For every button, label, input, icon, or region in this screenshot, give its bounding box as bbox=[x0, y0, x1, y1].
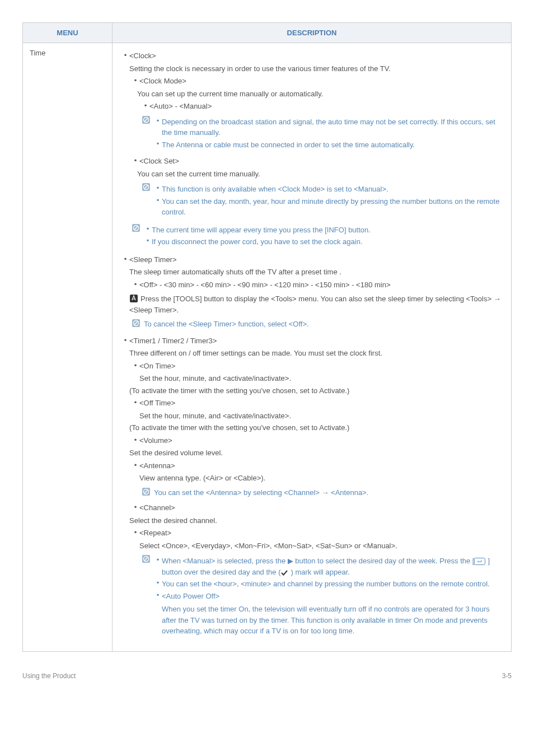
clock-title: <Clock> bbox=[129, 50, 502, 62]
sleep-tools-note: Press the [TOOLS] button to display the … bbox=[129, 293, 502, 315]
bullet-icon: • bbox=[121, 335, 129, 346]
sleep-cancel-note: To cancel the <Sleep Timer> function, se… bbox=[144, 320, 309, 328]
bullet-icon: • bbox=[132, 528, 139, 538]
menu-cell-time: Time bbox=[23, 43, 113, 652]
repeat-desc: Select <Once>, <Everyday>, <Mon~Fri>, <M… bbox=[139, 540, 502, 552]
antenna-note: You can set the <Antenna> by selecting <… bbox=[154, 488, 368, 497]
bullet-icon: • bbox=[132, 502, 139, 512]
auto-power-off-label: <Auto Power Off> bbox=[162, 591, 502, 602]
footer-left: Using the Product bbox=[22, 672, 76, 680]
check-icon bbox=[280, 570, 288, 576]
channel-desc: Select the desired channel. bbox=[129, 515, 502, 526]
note-icon bbox=[142, 183, 154, 192]
volume-desc: Set the desired volume level. bbox=[129, 447, 502, 459]
col-header-description: DESCRIPTION bbox=[113, 23, 512, 43]
clock-mode-note1: Depending on the broadcast station and s… bbox=[162, 116, 502, 138]
bullet-icon: • bbox=[132, 279, 139, 290]
final-note-manual: When <Manual> is selected, press the ▶ b… bbox=[162, 556, 502, 577]
bullet-icon: • bbox=[154, 184, 162, 192]
off-time-desc: Set the hour, minute, and <activate/inac… bbox=[139, 410, 502, 422]
final-note-1a: When <Manual> is selected, press the ▶ b… bbox=[162, 557, 474, 565]
note-block: •The current time will appear every time… bbox=[132, 223, 502, 249]
channel-label: <Channel> bbox=[139, 502, 502, 514]
note-icon bbox=[142, 487, 154, 496]
on-time-desc: Set the hour, minute, and <activate/inac… bbox=[139, 373, 502, 384]
bullet-icon: • bbox=[154, 116, 162, 125]
note-block: • When <Manual> is selected, press the ▶… bbox=[142, 554, 502, 637]
bullet-icon: • bbox=[144, 236, 152, 245]
volume-label: <Volume> bbox=[139, 435, 502, 446]
bullet-icon: • bbox=[132, 76, 139, 86]
bullet-icon: • bbox=[144, 225, 152, 233]
bullet-icon: • bbox=[154, 139, 162, 148]
sleep-title: <Sleep Timer> bbox=[129, 254, 502, 265]
note-block: To cancel the <Sleep Timer> function, se… bbox=[132, 319, 502, 330]
sleep-options: <Off> - <30 min> - <60 min> - <90 min> -… bbox=[139, 279, 502, 291]
clock-global-note2: If you disconnect the power cord, you ha… bbox=[152, 236, 502, 248]
bullet-icon: • bbox=[154, 578, 162, 587]
bullet-icon: • bbox=[121, 254, 129, 264]
bullet-icon: • bbox=[132, 435, 139, 445]
bullet-icon: • bbox=[142, 101, 149, 111]
enter-button-icon bbox=[474, 558, 485, 565]
footer-right: 3-5 bbox=[502, 672, 512, 680]
bullet-icon: • bbox=[154, 196, 162, 204]
repeat-label: <Repeat> bbox=[139, 528, 502, 539]
col-header-menu: MENU bbox=[23, 23, 113, 43]
description-cell: •<Clock> Setting the clock is necessary … bbox=[113, 43, 512, 652]
clock-mode-options: <Auto> - <Manual> bbox=[149, 101, 502, 112]
note-icon bbox=[142, 554, 154, 563]
sleep-intro: The sleep timer automatically shuts off … bbox=[129, 267, 502, 278]
clock-set-note2: You can set the day, month, year, hour a… bbox=[162, 196, 502, 218]
auto-power-off-desc: When you set the timer On, the televisio… bbox=[162, 604, 502, 637]
note-icon bbox=[142, 115, 154, 124]
antenna-label: <Antenna> bbox=[139, 460, 502, 472]
note-block: You can set the <Antenna> by selecting <… bbox=[142, 487, 502, 498]
note-icon bbox=[132, 319, 144, 328]
bullet-icon: • bbox=[154, 591, 162, 599]
bullet-icon: • bbox=[132, 460, 139, 470]
off-time-label: <Off Time> bbox=[139, 398, 502, 409]
page: MENU DESCRIPTION Time •<Clock> Setting t… bbox=[0, 0, 534, 663]
menu-description-table: MENU DESCRIPTION Time •<Clock> Setting t… bbox=[22, 22, 512, 652]
bullet-icon: • bbox=[154, 556, 162, 564]
bullet-icon: • bbox=[132, 361, 139, 371]
bullet-icon: • bbox=[132, 398, 139, 408]
table-row: Time •<Clock> Setting the clock is neces… bbox=[23, 43, 512, 652]
page-footer: Using the Product 3-5 bbox=[0, 663, 534, 693]
clock-mode-desc: You can set up the current time manually… bbox=[137, 88, 502, 100]
note-block: •Depending on the broadcast station and … bbox=[142, 115, 502, 152]
timer-intro: Three different on / off timer settings … bbox=[129, 348, 502, 359]
clock-mode-label: <Clock Mode> bbox=[139, 76, 502, 87]
note-icon bbox=[132, 223, 144, 232]
clock-set-note1: This function is only available when <Cl… bbox=[162, 184, 502, 195]
clock-set-desc: You can set the current time manually. bbox=[137, 169, 502, 180]
sleep-tools-text: Press the [TOOLS] button to display the … bbox=[129, 295, 501, 314]
on-time-activate: (To activate the timer with the setting … bbox=[129, 385, 502, 396]
clock-global-note1: The current time will appear every time … bbox=[152, 225, 502, 236]
off-time-activate: (To activate the timer with the setting … bbox=[129, 422, 502, 433]
final-note-2: You can set the <hour>, <minute> and cha… bbox=[162, 578, 502, 590]
tools-icon bbox=[129, 294, 138, 303]
on-time-label: <On Time> bbox=[139, 361, 502, 372]
final-note-1c: ) mark will appear. bbox=[291, 568, 349, 576]
clock-intro: Setting the clock is necessary in order … bbox=[129, 63, 502, 74]
note-block: •This function is only available when <C… bbox=[142, 183, 502, 219]
bullet-icon: • bbox=[132, 156, 139, 166]
antenna-desc: View antenna type. (<Air> or <Cable>). bbox=[139, 473, 502, 484]
bullet-icon: • bbox=[121, 50, 129, 60]
timer-title: <Timer1 / Timer2 / Timer3> bbox=[129, 335, 502, 347]
clock-mode-note2: The Antenna or cable must be connected i… bbox=[162, 139, 502, 151]
clock-set-label: <Clock Set> bbox=[139, 156, 502, 167]
